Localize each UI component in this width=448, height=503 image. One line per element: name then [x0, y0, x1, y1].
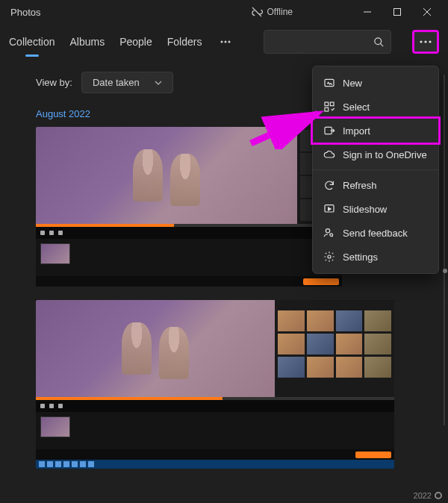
scrollbar[interactable] — [444, 75, 445, 425]
maximize-button[interactable] — [382, 0, 412, 24]
svg-point-9 — [420, 40, 422, 43]
tab-albums[interactable]: Albums — [69, 33, 105, 51]
nav-overflow-button[interactable] — [217, 33, 234, 51]
menu-item-settings[interactable]: Settings — [313, 245, 438, 269]
scrollbar-thumb[interactable] — [443, 269, 447, 273]
svg-rect-13 — [325, 102, 329, 106]
refresh-icon — [323, 179, 335, 191]
viewby-dropdown[interactable]: Date taken — [81, 72, 173, 93]
ellipsis-icon — [420, 40, 432, 43]
svg-rect-1 — [394, 9, 401, 16]
new-icon — [323, 77, 335, 89]
svg-rect-15 — [325, 107, 329, 111]
svg-point-18 — [326, 229, 329, 233]
select-icon — [323, 101, 335, 113]
timeline-year-marker: 2022 — [414, 491, 442, 500]
gear-icon — [323, 251, 335, 263]
svg-point-6 — [228, 41, 230, 43]
svg-point-11 — [429, 40, 431, 43]
chevron-down-icon — [155, 81, 162, 85]
menu-item-select[interactable]: Select — [313, 95, 438, 119]
more-options-button[interactable] — [412, 30, 439, 54]
import-icon — [323, 125, 335, 137]
svg-rect-14 — [330, 102, 334, 106]
viewby-label: View by: — [36, 77, 72, 88]
photo-thumbnail[interactable] — [36, 127, 342, 287]
tab-folders[interactable]: Folders — [167, 33, 202, 51]
svg-line-8 — [380, 43, 383, 46]
tab-people[interactable]: People — [119, 33, 152, 51]
menu-item-signin[interactable]: Sign in to OneDrive — [313, 143, 438, 166]
minimize-button[interactable] — [352, 0, 382, 24]
svg-point-5 — [224, 41, 226, 43]
app-title: Photos — [6, 7, 40, 18]
svg-point-19 — [328, 255, 331, 258]
feedback-icon — [323, 227, 335, 239]
menu-item-refresh[interactable]: Refresh — [313, 173, 438, 197]
menu-item-new[interactable]: New — [313, 71, 438, 95]
photo-thumbnail[interactable] — [36, 300, 394, 469]
svg-point-4 — [220, 41, 223, 43]
svg-point-10 — [424, 40, 426, 43]
search-icon — [373, 37, 385, 48]
tab-collection[interactable]: Collection — [9, 33, 55, 51]
svg-point-7 — [374, 37, 381, 44]
menu-item-import[interactable]: Import — [311, 116, 441, 145]
cloud-off-icon — [251, 6, 263, 18]
menu-item-feedback[interactable]: Send feedback — [313, 221, 438, 245]
close-button[interactable] — [412, 0, 442, 24]
svg-rect-12 — [325, 79, 334, 86]
search-input[interactable] — [264, 30, 391, 54]
cloud-icon — [323, 149, 335, 160]
slideshow-icon — [323, 203, 335, 215]
menu-item-slideshow[interactable]: Slideshow — [313, 197, 438, 221]
offline-indicator: Offline — [251, 6, 293, 18]
menu-separator — [313, 169, 438, 170]
more-options-menu: New Select Import Sign in to OneDrive Re… — [312, 66, 439, 274]
